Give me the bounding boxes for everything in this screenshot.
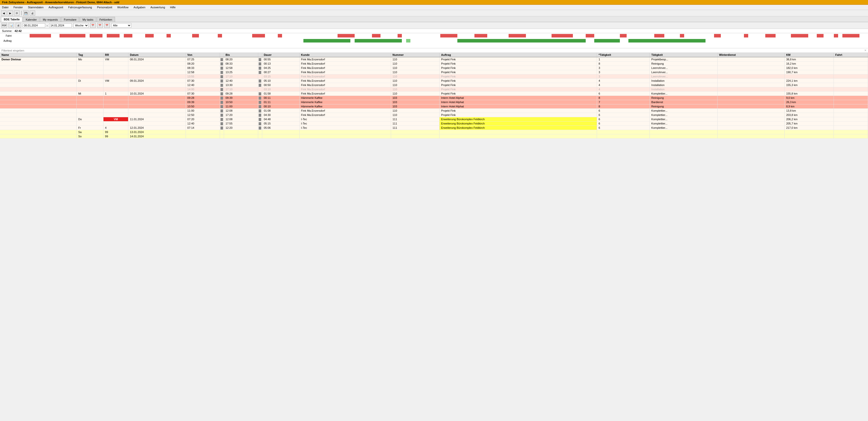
- cell-bis-icon[interactable]: [258, 83, 262, 87]
- table-row[interactable]: 08:2008:3300:13Fink Ma.Enzersdorf110Proj…: [0, 62, 868, 66]
- edit-icon[interactable]: [220, 96, 223, 100]
- cal-btn2[interactable]: 📅: [97, 23, 103, 28]
- edit-icon[interactable]: [220, 105, 223, 108]
- menu-item-stammdaten[interactable]: Stammdaten: [27, 5, 44, 9]
- cell-bis-icon[interactable]: [258, 117, 262, 121]
- filter-clear-icon[interactable]: ✕: [864, 49, 867, 52]
- edit-icon[interactable]: [259, 92, 261, 95]
- tab-my-tasks[interactable]: My tasks: [80, 17, 96, 22]
- table-row[interactable]: Sa9913.01.2024: [0, 130, 868, 134]
- cell-von-icon[interactable]: [220, 83, 224, 87]
- export-btn[interactable]: 📊: [8, 23, 14, 28]
- cell-von-icon[interactable]: [220, 109, 224, 113]
- print-btn[interactable]: 🖨: [30, 10, 35, 16]
- table-row[interactable]: 11:0012:0801:08Fink Ma.Enzersdorf110Proj…: [0, 109, 868, 113]
- cal-btn1[interactable]: 📅: [90, 23, 96, 28]
- menu-item-fahrzeugerfassung[interactable]: Fahrzeugerfassung: [67, 5, 93, 9]
- table-row[interactable]: 14:0017:1003:10Fink Ma.Enzersdorf110Proj…: [0, 87, 868, 91]
- cell-bis-icon[interactable]: [258, 104, 262, 109]
- save-btn[interactable]: 💾: [23, 10, 29, 16]
- table-row[interactable]: Fr412.01.202407:1412:2005:06I-Tec111Erwe…: [0, 126, 868, 130]
- cell-bis-icon[interactable]: [258, 75, 262, 79]
- period-select[interactable]: Woche Tag Monat: [73, 23, 89, 28]
- filter-select[interactable]: Alle: [111, 23, 131, 28]
- forward-btn[interactable]: ▶: [7, 10, 13, 16]
- refresh-btn[interactable]: ⟳: [14, 10, 20, 16]
- cell-bis-icon[interactable]: [258, 126, 262, 130]
- edit-icon[interactable]: [220, 71, 223, 74]
- edit-icon[interactable]: [220, 84, 223, 87]
- tab-formulare[interactable]: Formulare: [61, 17, 79, 22]
- cell-von-icon[interactable]: [220, 117, 224, 121]
- edit-icon[interactable]: [259, 118, 261, 121]
- table-row[interactable]: DiVM09.01.202407:3012:4005:10Fink Ma.Enz…: [0, 79, 868, 83]
- cell-bis-icon[interactable]: [258, 79, 262, 83]
- date-to-input[interactable]: [49, 23, 72, 27]
- filter-input[interactable]: [1, 49, 864, 52]
- cell-von-icon[interactable]: [220, 91, 224, 96]
- menu-item-hilfe[interactable]: Hilfe: [169, 5, 177, 9]
- cell-von-icon[interactable]: [220, 57, 224, 62]
- cell-bis-icon[interactable]: [258, 70, 262, 75]
- cell-bis-icon[interactable]: [258, 109, 262, 113]
- table-row[interactable]: 09:3910:5001:11Hämmerle Kaffee103Intern …: [0, 100, 868, 104]
- edit-icon[interactable]: [259, 62, 261, 65]
- edit-icon[interactable]: [220, 118, 223, 121]
- edit-icon[interactable]: [220, 109, 223, 112]
- cell-von-icon[interactable]: [220, 134, 224, 139]
- cell-bis-icon[interactable]: [258, 87, 262, 91]
- table-row[interactable]: 12:4017:5505:15I-Tec111Erweiterung Bürok…: [0, 121, 868, 126]
- cal-btn3[interactable]: 📅: [104, 23, 110, 28]
- edit-icon[interactable]: [220, 88, 223, 91]
- tab-my-requests[interactable]: My requests: [40, 17, 61, 22]
- cell-von-icon[interactable]: [220, 62, 224, 66]
- table-row[interactable]: 10:5011:0000:10Hämmerle Kaffee103Intern …: [0, 104, 868, 109]
- cell-bis-icon[interactable]: [258, 113, 262, 117]
- edit-icon[interactable]: [259, 127, 261, 130]
- date-from-input[interactable]: [23, 23, 45, 27]
- print2-btn[interactable]: 🖨: [16, 23, 21, 28]
- menu-item-datei[interactable]: Datei: [1, 5, 9, 9]
- cell-von-icon[interactable]: [220, 96, 224, 100]
- tab-kalender[interactable]: Kalender: [23, 17, 39, 22]
- table-row[interactable]: DoVM11.01.202407:2012:0804:48I-Tec111Erw…: [0, 117, 868, 121]
- cell-von-icon[interactable]: [220, 104, 224, 109]
- edit-icon[interactable]: [220, 67, 223, 70]
- menu-item-auswertung[interactable]: Auswertung: [149, 5, 166, 9]
- cell-bis-icon[interactable]: [258, 57, 262, 62]
- edit-icon[interactable]: [259, 101, 261, 104]
- edit-icon[interactable]: [220, 114, 223, 117]
- cell-bis-icon[interactable]: [258, 121, 262, 126]
- edit-icon[interactable]: [259, 114, 261, 117]
- table-row[interactable]: Demer DietmarMoVM08.01.202407:2508:2000:…: [0, 57, 868, 62]
- table-row[interactable]: 12:5017:2004:30Fink Ma.Enzersdorf110Proj…: [0, 113, 868, 117]
- edit-icon[interactable]: [220, 101, 223, 104]
- cell-bis-icon[interactable]: [258, 134, 262, 139]
- table-row[interactable]: 12:4013:3000:50Fink Ma.Enzersdorf110Proj…: [0, 83, 868, 87]
- cell-bis-icon[interactable]: [258, 91, 262, 96]
- cell-von-icon[interactable]: [220, 121, 224, 126]
- cell-bis-icon[interactable]: [258, 62, 262, 66]
- menu-item-fenster[interactable]: Fenster: [12, 5, 24, 9]
- tab-bde-tabelle[interactable]: BDE Tabelle: [1, 17, 22, 22]
- menu-item-auftragszeit[interactable]: Auftragszeit: [48, 5, 64, 9]
- edit-icon[interactable]: [259, 122, 261, 125]
- menu-item-workflow[interactable]: Workflow: [116, 5, 130, 9]
- cell-von-icon[interactable]: [220, 126, 224, 130]
- cell-bis-icon[interactable]: [258, 130, 262, 134]
- cell-von-icon[interactable]: [220, 130, 224, 134]
- cell-von-icon[interactable]: [220, 100, 224, 104]
- cell-bis-icon[interactable]: [258, 66, 262, 70]
- menu-item-personalzeit[interactable]: Personalzeit: [96, 5, 113, 9]
- edit-icon[interactable]: [259, 67, 261, 70]
- table-row[interactable]: 13:5517:1003:15Fink Ma.Enzersdorf110Proj…: [0, 75, 868, 79]
- edit-icon[interactable]: [220, 58, 223, 61]
- edit-icon[interactable]: [220, 127, 223, 130]
- edit-icon[interactable]: [220, 122, 223, 125]
- back-btn[interactable]: ◀: [1, 10, 6, 16]
- table-row[interactable]: 09:2809:3900:11Hämmerle Kaffee103Intern …: [0, 96, 868, 100]
- cell-von-icon[interactable]: [220, 79, 224, 83]
- table-row[interactable]: 08:3312:5804:25Fink Ma.Enzersdorf110Proj…: [0, 66, 868, 70]
- cell-von-icon[interactable]: [220, 66, 224, 70]
- cell-von-icon[interactable]: [220, 70, 224, 75]
